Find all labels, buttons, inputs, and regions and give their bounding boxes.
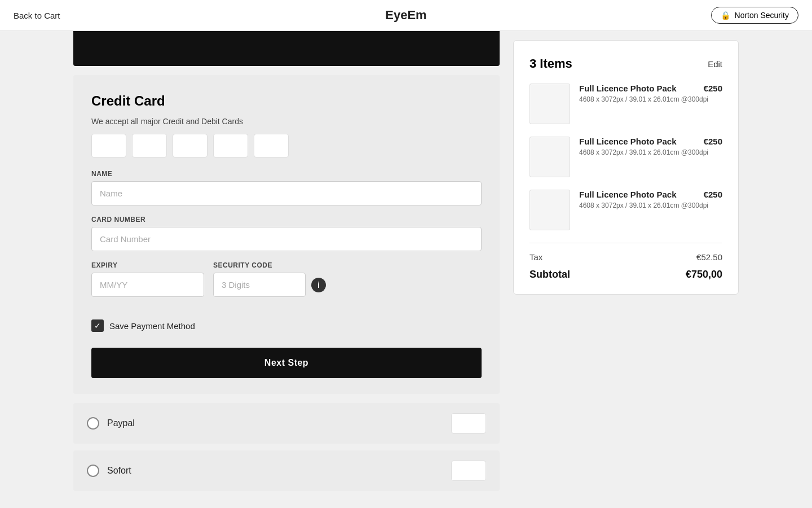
name-label: NAME [91,170,482,178]
sofort-radio[interactable] [87,465,99,477]
card-number-label: CARD NUMBER [91,216,482,224]
item-info-3: Full Licence Photo Pack €250 4608 x 3072… [579,190,722,209]
item-name-row-3: Full Licence Photo Pack €250 [579,190,722,199]
security-code-input[interactable] [213,273,306,297]
item-price-1: €250 [704,84,722,93]
order-item-3: Full Licence Photo Pack €250 4608 x 3072… [529,190,722,230]
item-name-1: Full Licence Photo Pack [579,84,677,93]
left-panel: Credit Card We accept all major Credit a… [73,31,500,498]
paypal-radio[interactable] [87,417,99,430]
item-name-2: Full Licence Photo Pack [579,137,677,146]
paypal-payment-option[interactable]: Paypal [73,403,500,444]
card-number-field-group: CARD NUMBER [91,216,482,251]
security-info-icon[interactable]: i [311,278,326,292]
item-thumbnail-3 [529,190,570,230]
paypal-logo [451,413,486,433]
item-desc-2: 4608 x 3072px / 39.01 x 26.01cm @300dpi [579,148,722,156]
security-field-group: SECURITY CODE i [213,261,326,297]
lock-icon: 🔒 [721,11,730,20]
item-name-row-1: Full Licence Photo Pack €250 [579,84,722,93]
card-logo-2 [132,134,167,157]
save-payment-method-row: ✓ Save Payment Method [91,319,482,332]
form-title: Credit Card [91,93,482,109]
order-divider [529,243,722,243]
item-thumbnail-2 [529,137,570,177]
item-info-1: Full Licence Photo Pack €250 4608 x 3072… [579,84,722,103]
next-step-button[interactable]: Next Step [91,348,482,378]
expiry-label: EXPIRY [91,261,204,269]
tax-row: Tax €52.50 [529,252,722,262]
norton-label: Norton Security [735,11,789,20]
item-price-2: €250 [704,137,722,146]
header: Back to Cart EyeEm 🔒 Norton Security [0,0,812,31]
paypal-left: Paypal [87,417,135,430]
order-items-count: 3 Items [529,56,572,71]
tax-value: €52.50 [696,252,722,262]
item-desc-1: 4608 x 3072px / 39.01 x 26.01cm @300dpi [579,95,722,103]
security-input-row: i [213,273,326,297]
name-input[interactable] [91,181,482,205]
norton-security-badge[interactable]: 🔒 Norton Security [711,7,798,24]
right-panel: 3 Items Edit Full Licence Photo Pack €25… [513,31,739,498]
item-thumbnail-1 [529,84,570,124]
site-title: EyeEm [385,8,426,23]
item-desc-3: 4608 x 3072px / 39.01 x 26.01cm @300dpi [579,202,722,209]
subtotal-value: €750,00 [686,269,722,281]
subtotal-label: Subtotal [529,269,570,281]
tax-label: Tax [529,252,542,262]
edit-link[interactable]: Edit [708,59,722,69]
paypal-label: Paypal [107,418,135,428]
item-name-row-2: Full Licence Photo Pack €250 [579,137,722,146]
accept-text: We accept all major Credit and Debit Car… [91,117,482,126]
top-black-bar [73,31,500,66]
expiry-input[interactable] [91,273,204,297]
expiry-security-row: EXPIRY SECURITY CODE i [91,261,482,307]
card-logo-1 [91,134,126,157]
order-item-2: Full Licence Photo Pack €250 4608 x 3072… [529,137,722,177]
credit-card-section: Credit Card We accept all major Credit a… [73,75,500,394]
item-info-2: Full Licence Photo Pack €250 4608 x 3072… [579,137,722,156]
sofort-left: Sofort [87,465,131,477]
save-payment-label: Save Payment Method [109,321,195,331]
card-logo-3 [173,134,208,157]
checkmark-icon: ✓ [94,321,101,330]
sofort-logo [451,461,486,481]
item-price-3: €250 [704,190,722,199]
security-label: SECURITY CODE [213,261,326,269]
item-name-3: Full Licence Photo Pack [579,190,677,199]
back-to-cart-link[interactable]: Back to Cart [14,11,60,20]
subtotal-row: Subtotal €750,00 [529,269,722,281]
save-payment-checkbox[interactable]: ✓ [91,319,104,332]
order-summary: 3 Items Edit Full Licence Photo Pack €25… [513,40,739,295]
card-number-input[interactable] [91,227,482,251]
sofort-label: Sofort [107,466,131,476]
sofort-payment-option[interactable]: Sofort [73,450,500,491]
order-header: 3 Items Edit [529,56,722,71]
card-logos-row [91,134,482,157]
order-item-1: Full Licence Photo Pack €250 4608 x 3072… [529,84,722,124]
card-logo-4 [213,134,248,157]
name-field-group: NAME [91,170,482,205]
main-content: Credit Card We accept all major Credit a… [0,31,812,498]
card-logo-5 [254,134,289,157]
expiry-field-group: EXPIRY [91,261,204,297]
